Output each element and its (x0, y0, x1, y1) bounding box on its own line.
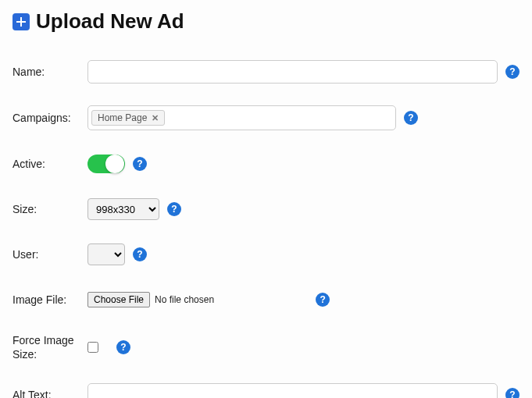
alt-text-input[interactable] (87, 383, 498, 398)
row-campaigns: Campaigns: Home Page ✕ ? (12, 94, 520, 141)
campaigns-input[interactable]: Home Page ✕ (87, 105, 396, 130)
label-size: Size: (12, 202, 87, 216)
help-icon[interactable]: ? (167, 202, 181, 216)
user-select[interactable] (87, 243, 125, 265)
size-select[interactable]: 998x330 (87, 198, 159, 220)
label-force-image-size: Force Image Size: (12, 333, 87, 361)
campaign-tag[interactable]: Home Page ✕ (91, 110, 165, 126)
help-icon[interactable]: ? (116, 340, 130, 354)
row-name: Name: ? (12, 49, 520, 94)
name-input[interactable] (87, 60, 498, 84)
row-alt-text: Alt Text: ? (12, 372, 520, 398)
label-name: Name: (12, 65, 87, 79)
page-title: Upload New Ad (36, 9, 184, 34)
row-active: Active: ? (12, 141, 520, 187)
toggle-knob (105, 155, 124, 173)
help-icon[interactable]: ? (133, 247, 147, 261)
label-alt-text: Alt Text: (12, 388, 87, 398)
label-image-file: Image File: (12, 293, 87, 307)
help-icon[interactable]: ? (133, 157, 147, 171)
force-image-size-checkbox[interactable] (87, 342, 98, 353)
row-size: Size: 998x330 ? (12, 187, 520, 232)
campaign-tag-label: Home Page (98, 112, 147, 123)
row-user: User: ? (12, 232, 520, 277)
help-icon[interactable]: ? (505, 65, 520, 79)
file-status: No file chosen (155, 294, 214, 305)
row-image-file: Image File: Choose File No file chosen ? (12, 277, 520, 322)
active-toggle[interactable] (87, 155, 125, 173)
plus-icon (12, 13, 30, 30)
label-user: User: (12, 247, 87, 261)
help-icon[interactable]: ? (404, 111, 418, 125)
row-force-image-size: Force Image Size: ? (12, 322, 520, 372)
help-icon[interactable]: ? (316, 293, 330, 307)
remove-tag-icon[interactable]: ✕ (152, 113, 159, 123)
label-campaigns: Campaigns: (12, 111, 87, 125)
choose-file-button[interactable]: Choose File (87, 292, 150, 307)
label-active: Active: (12, 157, 87, 171)
help-icon[interactable]: ? (505, 388, 520, 398)
